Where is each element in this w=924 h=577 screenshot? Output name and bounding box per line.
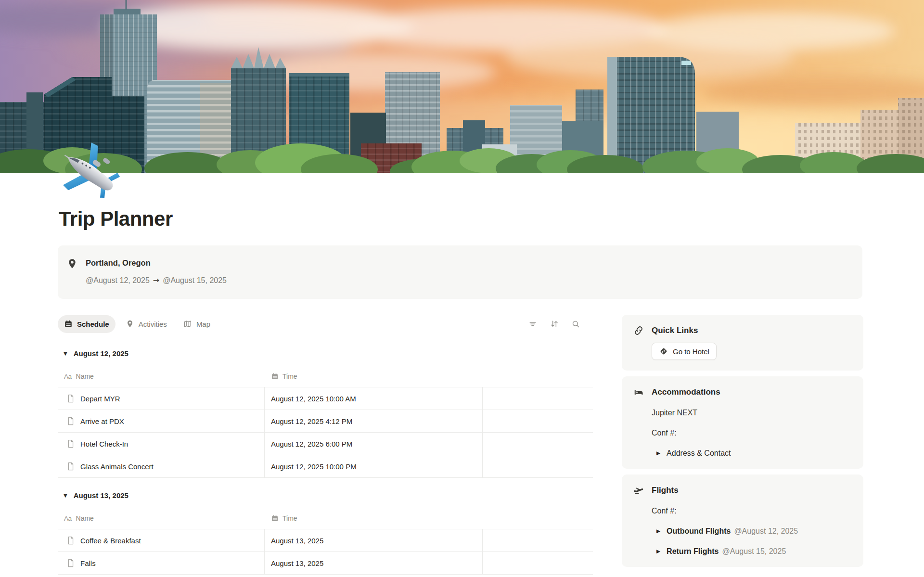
page-icon — [66, 462, 76, 471]
row-empty-cell[interactable] — [483, 455, 593, 477]
text-property-icon: Aa — [64, 373, 72, 380]
group-header: ▼ August 13, 2025 — [58, 490, 593, 501]
row-name-cell[interactable]: Coffee & Breakfast — [58, 529, 265, 551]
tab-map[interactable]: Map — [177, 315, 217, 333]
page-icon — [66, 394, 76, 403]
table-header-row: Aa Name Time — [58, 508, 593, 529]
callout-location: Portland, Oregon — [86, 258, 227, 268]
row-time-cell[interactable]: August 12, 2025 6:00 PM — [265, 433, 483, 455]
hotel-name: Jupiter NEXT — [652, 408, 852, 418]
date-mention[interactable]: @August 15, 2025 — [722, 547, 786, 555]
schedule-group-aug-13: ▼ August 13, 2025 Aa Name Time — [58, 490, 593, 575]
column-header-name[interactable]: Aa Name — [58, 372, 265, 380]
table-row[interactable]: Falls August 13, 2025 — [58, 552, 593, 575]
row-empty-cell[interactable] — [483, 410, 593, 432]
calendar-icon — [271, 372, 279, 380]
calendar-icon — [271, 514, 279, 522]
page-icon-airplane-emoji[interactable] — [56, 141, 121, 202]
link-icon — [633, 325, 644, 336]
schedule-database: Schedule Activities Map — [58, 315, 593, 575]
confirmation-number-label: Conf #: — [652, 428, 852, 438]
address-contact-toggle[interactable]: ▶ Address & Contact — [656, 448, 852, 458]
outbound-flights-toggle[interactable]: ▶ Outbound Flights@August 12, 2025 — [656, 526, 852, 536]
card-title-text: Quick Links — [652, 325, 698, 336]
quick-links-card: Quick Links Go to Hotel — [622, 315, 863, 371]
row-time-cell[interactable]: August 12, 2025 10:00 PM — [265, 455, 483, 477]
portland-skyline-photo — [0, 0, 924, 173]
confirmation-number-label: Conf #: — [652, 506, 852, 516]
row-empty-cell[interactable] — [483, 433, 593, 455]
pin-icon — [126, 320, 134, 328]
group-date-label: August 13, 2025 — [74, 490, 128, 501]
location-pin-icon — [66, 258, 78, 269]
sort-icon[interactable] — [550, 319, 559, 329]
page-icon — [66, 558, 76, 568]
date-mention-end[interactable]: @August 15, 2025 — [163, 276, 227, 284]
row-time-cell[interactable]: August 13, 2025 — [265, 529, 483, 551]
page-title[interactable]: Trip Planner — [59, 207, 862, 231]
page-icon — [66, 536, 76, 545]
group-header: ▼ August 12, 2025 — [58, 348, 593, 359]
tab-activities[interactable]: Activities — [119, 315, 173, 333]
callout-dates: @August 12, 2025→@August 15, 2025 — [86, 275, 227, 285]
sidebar: Quick Links Go to Hotel Accommodations J… — [622, 315, 863, 567]
tab-schedule[interactable]: Schedule — [58, 315, 116, 333]
toggle-triangle-icon: ▶ — [656, 448, 660, 458]
go-to-hotel-button[interactable]: Go to Hotel — [652, 343, 717, 360]
row-name-cell[interactable]: Hotel Check-In — [58, 433, 265, 455]
date-mention[interactable]: @August 12, 2025 — [734, 527, 798, 535]
row-name-cell[interactable]: Arrive at PDX — [58, 410, 265, 432]
bed-icon — [633, 387, 644, 397]
row-name-cell[interactable]: Depart MYR — [58, 387, 265, 410]
flights-card: Flights Conf #: ▶ Outbound Flights@Augus… — [622, 474, 863, 567]
group-collapse-toggle[interactable]: ▼ — [64, 348, 67, 359]
card-title-text: Accommodations — [652, 387, 720, 397]
row-name-cell[interactable]: Glass Animals Concert — [58, 455, 265, 477]
row-empty-cell[interactable] — [483, 387, 593, 410]
calendar-icon — [64, 320, 73, 328]
row-empty-cell[interactable] — [483, 552, 593, 574]
table-row[interactable]: Coffee & Breakfast August 13, 2025 — [58, 529, 593, 552]
toggle-triangle-icon: ▶ — [656, 526, 660, 536]
view-toolbar: Schedule Activities Map — [58, 315, 593, 333]
page-body: Trip Planner Portland, Oregon @August 12… — [0, 207, 924, 575]
table-row[interactable]: Arrive at PDX August 12, 2025 4:12 PM — [58, 410, 593, 433]
group-collapse-toggle[interactable]: ▼ — [64, 490, 67, 501]
column-header-time[interactable]: Time — [265, 514, 483, 522]
card-title-text: Flights — [652, 485, 679, 496]
row-time-cell[interactable]: August 12, 2025 10:00 AM — [265, 387, 483, 410]
row-empty-cell[interactable] — [483, 529, 593, 551]
accommodations-card: Accommodations Jupiter NEXT Conf #: ▶ Ad… — [622, 376, 863, 469]
row-time-cell[interactable]: August 13, 2025 — [265, 552, 483, 574]
search-icon[interactable] — [571, 320, 580, 329]
directions-icon — [659, 346, 668, 356]
arrow-right-glyph: → — [150, 276, 163, 285]
location-callout: Portland, Oregon @August 12, 2025→@Augus… — [58, 245, 862, 299]
schedule-group-aug-12: ▼ August 12, 2025 Aa Name Time — [58, 348, 593, 478]
table-row[interactable]: Glass Animals Concert August 12, 2025 10… — [58, 455, 593, 478]
toggle-triangle-icon: ▶ — [656, 546, 660, 556]
return-flights-toggle[interactable]: ▶ Return Flights@August 15, 2025 — [656, 546, 852, 556]
column-header-name[interactable]: Aa Name — [58, 514, 265, 522]
page-icon — [66, 439, 76, 449]
page-icon — [66, 416, 76, 426]
table-header-row: Aa Name Time — [58, 366, 593, 387]
map-icon — [183, 320, 192, 328]
plane-takeoff-icon — [633, 485, 644, 496]
table-row[interactable]: Hotel Check-In August 12, 2025 6:00 PM — [58, 433, 593, 455]
group-date-label: August 12, 2025 — [74, 348, 128, 359]
filter-icon[interactable] — [528, 319, 538, 329]
table-row[interactable]: Depart MYR August 12, 2025 10:00 AM — [58, 387, 593, 410]
text-property-icon: Aa — [64, 515, 72, 522]
date-mention-start[interactable]: @August 12, 2025 — [86, 276, 150, 284]
row-time-cell[interactable]: August 12, 2025 4:12 PM — [265, 410, 483, 432]
row-name-cell[interactable]: Falls — [58, 552, 265, 574]
cover-image — [0, 0, 924, 173]
column-header-time[interactable]: Time — [265, 372, 483, 380]
